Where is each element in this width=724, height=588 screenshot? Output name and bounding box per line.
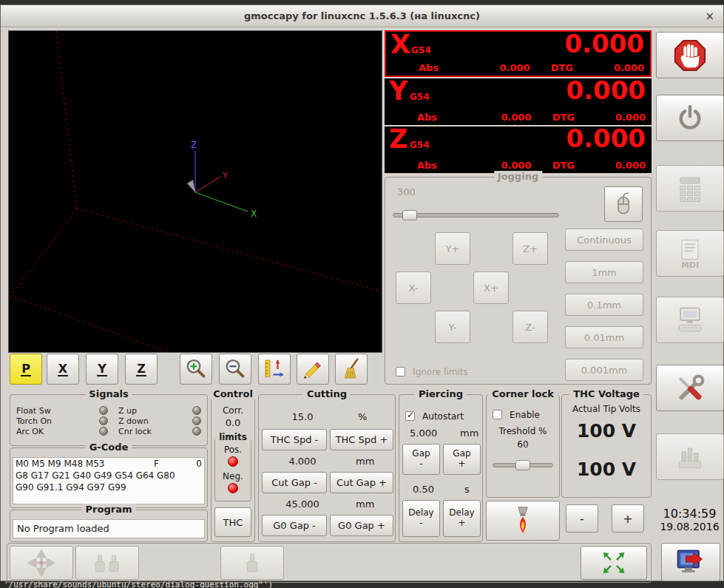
zoom-in-button[interactable]	[180, 354, 212, 385]
exit-monitor-icon	[674, 546, 708, 578]
signal-row: Cnr lock	[118, 426, 201, 436]
checkbox-box[interactable]	[493, 410, 502, 419]
active-gcodes-box: M0 M5 M9 M48 M53 F 0 G8 G17 G21 G40 G49 …	[13, 457, 205, 504]
button-label: Cut Gap -	[271, 477, 317, 488]
voltage-minus-button[interactable]: -	[566, 504, 598, 533]
pierce-gap-minus-button[interactable]: Gap -	[402, 444, 440, 475]
pos-limit-label: Pos.	[215, 445, 251, 455]
increment-0-01mm-button[interactable]: 0.01mm	[565, 326, 643, 348]
thc-speed-minus-button[interactable]: THC Spd -	[262, 429, 327, 450]
abs-label: Abs	[417, 160, 437, 171]
view-x-button[interactable]: X	[47, 354, 79, 385]
dro-subline: Abs 0.000 DTG 0.000	[417, 160, 646, 171]
view-perspective-button[interactable]: P	[10, 354, 42, 385]
titlebar[interactable]: gmoccapy for linuxcnc 1.5.6.3 (на linuxc…	[1, 5, 723, 27]
signal-label: Z down	[118, 416, 149, 426]
jog-label: Z+	[523, 243, 538, 254]
cutting-frame: Cutting 15.0 % THC Spd - THC Spd + 4.000…	[258, 394, 396, 542]
jog-speed-slider-handle[interactable]	[402, 210, 417, 220]
ignore-limits-checkbox[interactable]: Ignore limits	[396, 364, 468, 378]
abs-value: 0.000	[437, 112, 532, 123]
thc-toggle-button[interactable]: THC	[214, 507, 251, 537]
checkbox-box[interactable]	[396, 367, 405, 376]
increment-1mm-button[interactable]: 1mm	[565, 261, 643, 283]
threshold-slider[interactable]	[493, 463, 553, 467]
dro-axis-x[interactable]: X G54 0.000 Abs 0.000 DTG 0.000	[385, 30, 652, 77]
torch-button[interactable]	[486, 501, 560, 541]
signals-title: Signals	[85, 388, 132, 399]
cut-gap-plus-button[interactable]: Cut Gap +	[330, 472, 393, 493]
zoom-out-button[interactable]	[219, 354, 251, 385]
tool-station-icon	[674, 441, 706, 473]
corner-lock-frame: Corner lock Enable Treshold % 60	[486, 394, 560, 498]
thc-speed-plus-button[interactable]: THC Spd +	[330, 429, 393, 450]
jog-speed-slider[interactable]	[393, 213, 559, 217]
gcode-line-3: G90 G91.1 G94 G97 G99	[13, 481, 204, 493]
edit-gcode-button[interactable]	[297, 354, 329, 385]
jog-y-plus-button[interactable]: Y+	[435, 232, 470, 265]
dro-coord-system: G54	[410, 140, 430, 150]
enable-label: Enable	[510, 410, 540, 420]
thc-button-label: THC	[223, 517, 243, 528]
tool-clamp-pair-icon	[91, 548, 124, 578]
autostart-checkbox[interactable]: Autostart	[405, 408, 464, 422]
arrows-cross-icon	[27, 548, 56, 578]
pierce-delay-plus-button[interactable]: Delay +	[443, 500, 481, 537]
letter-x-label: X	[58, 362, 68, 376]
window-close-button[interactable]: ×	[705, 5, 714, 27]
thc-speed-value: 15.0	[269, 411, 336, 422]
power-icon	[674, 103, 706, 134]
actual-tip-volts-label: Actual Tip Volts	[562, 404, 651, 414]
feed-value: 0	[159, 458, 202, 470]
pierce-gap-plus-button[interactable]: Gap +	[443, 444, 481, 475]
keypad-button[interactable]	[656, 165, 724, 212]
signal-label: Arc OK	[16, 427, 44, 436]
signal-label: Z up	[118, 406, 137, 416]
increment-0-001mm-button[interactable]: 0.001mm	[565, 359, 643, 381]
jog-y-minus-button[interactable]: Y-	[435, 311, 470, 343]
tool-measure-button[interactable]	[220, 546, 284, 580]
home-axes-button[interactable]	[10, 546, 73, 580]
jog-x-minus-button[interactable]: X-	[396, 271, 431, 304]
fullscreen-button[interactable]	[581, 546, 647, 580]
jog-z-minus-button[interactable]: Z-	[512, 311, 548, 343]
z-up-led	[192, 406, 201, 415]
tool-editor-button[interactable]	[656, 297, 724, 343]
jog-z-plus-button[interactable]: Z+	[512, 232, 548, 265]
dro-axis-letter: Y	[389, 78, 407, 106]
g0-gap-minus-button[interactable]: G0 Gap -	[262, 515, 327, 536]
increment-continuous-button[interactable]: Continuous	[565, 229, 643, 251]
pos-limit-led	[228, 456, 238, 467]
settings-button[interactable]	[656, 365, 724, 411]
machine-on-button[interactable]	[656, 95, 724, 141]
dtg-label: DTG	[552, 160, 575, 171]
clear-plot-button[interactable]	[335, 354, 368, 385]
view-y-button[interactable]: Y	[86, 354, 118, 385]
tool-station-button[interactable]	[656, 433, 724, 480]
button-label: THC Spd -	[271, 434, 319, 445]
exit-button[interactable]	[661, 543, 720, 581]
voltage-plus-button[interactable]: +	[612, 504, 644, 533]
axis-y-label: Y	[222, 171, 228, 180]
pierce-delay-minus-button[interactable]: Delay -	[402, 500, 440, 537]
toggle-dimensions-button[interactable]	[258, 354, 291, 385]
threshold-value: 60	[487, 439, 559, 450]
threshold-slider-handle[interactable]	[515, 460, 530, 470]
dro-axis-y[interactable]: Y G54 0.000 Abs 0.000 DTG 0.000	[385, 78, 652, 125]
mdi-button[interactable]: MDI	[656, 230, 724, 277]
program-title: Program	[82, 504, 136, 515]
machine-stop-button[interactable]	[656, 32, 724, 78]
cut-gap-minus-button[interactable]: Cut Gap -	[262, 472, 327, 493]
jog-x-plus-button[interactable]: X+	[473, 271, 509, 304]
mouse-jog-button[interactable]	[604, 186, 643, 222]
touch-off-button[interactable]	[75, 546, 139, 580]
g0-gap-plus-button[interactable]: G0 Gap +	[330, 515, 393, 536]
dro-axis-z[interactable]: Z G54 0.000 Abs 0.000 DTG 0.000	[385, 126, 652, 173]
dro-value: 0.000	[566, 126, 646, 153]
button-label: Gap -	[412, 449, 430, 470]
increment-0-1mm-button[interactable]: 0.1mm	[565, 294, 643, 316]
view-z-button[interactable]: Z	[125, 354, 158, 385]
corner-lock-enable-checkbox[interactable]: Enable	[493, 407, 540, 421]
checkbox-box[interactable]	[405, 411, 415, 421]
gcode-preview[interactable]: Z Y X	[8, 30, 382, 353]
